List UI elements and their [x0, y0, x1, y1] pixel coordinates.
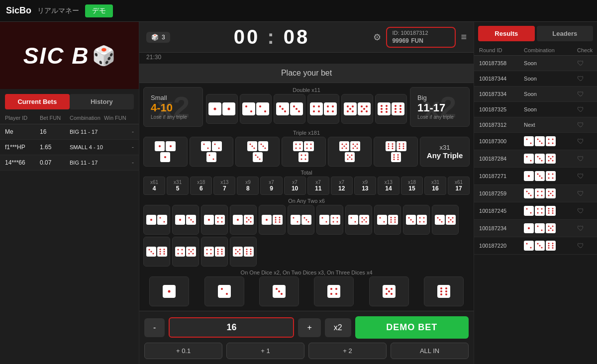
combo-26[interactable] — [374, 205, 401, 235]
combo-23[interactable] — [288, 205, 314, 235]
history-tab[interactable]: History — [70, 94, 134, 109]
triple-5-cell[interactable] — [328, 137, 372, 167]
total-5[interactable]: x315 — [167, 177, 189, 195]
quick-bet-2[interactable]: + 2 — [308, 343, 387, 359]
single-4-cell[interactable] — [314, 276, 354, 306]
double-3-cell[interactable] — [274, 94, 305, 124]
on-any-two-label: On Any Two x6 — [143, 198, 470, 204]
svg-point-360 — [552, 210, 554, 212]
results-tab[interactable]: Results — [478, 26, 534, 41]
combo-46[interactable] — [201, 237, 228, 267]
total-label: Total — [143, 170, 470, 176]
menu-button[interactable]: ≡ — [461, 31, 467, 43]
leaders-tab[interactable]: Leaders — [537, 26, 593, 41]
combo-13[interactable] — [172, 205, 199, 235]
double-6-cell[interactable] — [375, 94, 407, 124]
total-11[interactable]: x711 — [307, 177, 329, 195]
combo-12[interactable] — [143, 205, 170, 235]
combo-16[interactable] — [259, 205, 286, 235]
player-id: f1***HP — [5, 144, 40, 151]
svg-point-83 — [299, 144, 301, 145]
combo-15[interactable] — [230, 205, 257, 235]
combo-24[interactable] — [316, 205, 343, 235]
dice-result-group — [524, 223, 577, 233]
combo-36[interactable] — [143, 237, 170, 267]
bet-controls: - + x2 DEMO BET + 0.1 + 1 + 2 ALL IN — [139, 311, 474, 364]
single-1-cell[interactable] — [149, 276, 189, 306]
total-14[interactable]: x1314 — [378, 177, 399, 195]
svg-point-222 — [452, 221, 454, 223]
single-5-cell[interactable] — [369, 276, 409, 306]
total-7-mult: x13 — [215, 180, 234, 185]
settings-button[interactable]: ⚙ — [373, 32, 381, 43]
triple-1-cell[interactable] — [143, 137, 188, 167]
single-3-cell[interactable] — [259, 276, 299, 306]
triple-3-cell[interactable] — [235, 137, 280, 167]
single-6-cell[interactable] — [424, 276, 464, 306]
svg-point-26 — [327, 110, 329, 112]
double-2-cell[interactable] — [240, 94, 272, 124]
total-4[interactable]: x614 — [143, 177, 165, 195]
result-die — [535, 206, 545, 216]
small-bet-cell[interactable]: Small 4-10 Lose if any triple x2 — [143, 87, 203, 127]
single-2-cell[interactable] — [204, 276, 244, 306]
total-16[interactable]: x3116 — [424, 177, 446, 195]
total-12[interactable]: x712 — [331, 177, 353, 195]
bet-x2-button[interactable]: x2 — [325, 318, 351, 337]
svg-point-68 — [213, 159, 214, 160]
any-triple-cell[interactable]: x31 Any Triple — [420, 137, 470, 167]
triple-2-cell[interactable] — [190, 137, 234, 167]
triple-6-cell[interactable] — [374, 137, 418, 167]
die-5-2 — [358, 102, 371, 115]
svg-point-214 — [437, 217, 439, 219]
all-in-button[interactable]: ALL IN — [391, 343, 469, 359]
svg-point-367 — [541, 230, 543, 231]
double-4-cell[interactable] — [307, 94, 339, 124]
bet-minus-button[interactable]: - — [144, 318, 165, 337]
combo-14[interactable] — [201, 205, 228, 235]
total-9[interactable]: x79 — [260, 177, 282, 195]
svg-point-329 — [548, 174, 550, 175]
total-7[interactable]: x137 — [213, 177, 235, 195]
quick-bet-01[interactable]: + 0.1 — [144, 343, 222, 359]
total-17[interactable]: x6117 — [448, 177, 470, 195]
logo-text: SIC B — [23, 42, 90, 69]
svg-point-87 — [306, 144, 308, 145]
total-13-mult: x9 — [356, 180, 375, 185]
result-die — [524, 206, 534, 216]
svg-point-380 — [541, 247, 543, 249]
bet-plus-button[interactable]: + — [298, 318, 320, 337]
big-bet-cell[interactable]: Big 11-17 Lose if any triple x2 — [410, 87, 470, 127]
svg-point-41 — [381, 105, 383, 107]
combo-45[interactable] — [172, 237, 199, 267]
t1d1 — [155, 141, 165, 151]
combo-25[interactable] — [345, 205, 372, 235]
double-5-cell[interactable] — [341, 94, 373, 124]
svg-point-94 — [301, 159, 302, 160]
svg-point-51 — [399, 108, 401, 110]
svg-point-276 — [276, 288, 278, 290]
quick-bet-1[interactable]: + 1 — [226, 343, 304, 359]
combo-56[interactable] — [230, 237, 257, 267]
total-13[interactable]: x913 — [354, 177, 376, 195]
svg-point-186 — [351, 217, 352, 219]
total-6[interactable]: x186 — [190, 177, 212, 195]
real-money-label: リアルマネー — [37, 6, 79, 15]
total-13-num: 13 — [356, 185, 375, 192]
double-1-cell[interactable] — [206, 94, 238, 124]
svg-point-124 — [398, 146, 400, 147]
svg-point-379 — [539, 245, 541, 247]
svg-point-42 — [386, 105, 388, 107]
total-10[interactable]: x710 — [284, 177, 306, 195]
combo-35[interactable] — [432, 205, 459, 235]
rh-check: Check — [577, 47, 592, 53]
demo-bet-button[interactable]: DEMO BET — [355, 316, 469, 339]
total-8[interactable]: x98 — [237, 177, 259, 195]
small-mult-overlay: x2 — [157, 90, 190, 124]
bet-amount-input[interactable] — [169, 317, 294, 338]
current-bets-tab[interactable]: Current Bets — [5, 94, 70, 109]
combo-34[interactable] — [403, 205, 430, 235]
total-15[interactable]: x1815 — [401, 177, 423, 195]
triple-4-cell[interactable] — [282, 137, 326, 167]
demo-button[interactable]: デモ — [85, 4, 113, 17]
